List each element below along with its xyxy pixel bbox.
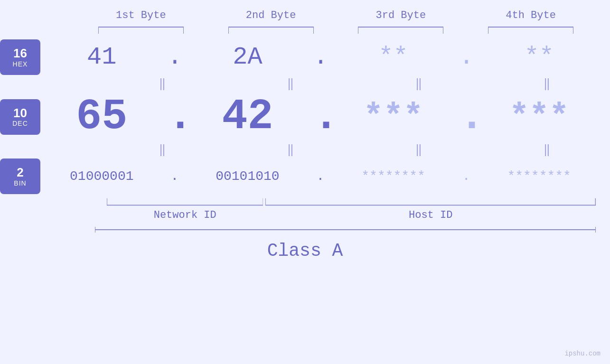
eq1-b4: ‖ bbox=[491, 77, 605, 91]
dec-byte3: *** bbox=[337, 98, 450, 136]
hex-badge-label: HEX bbox=[13, 60, 28, 68]
watermark: ipshu.com bbox=[564, 350, 601, 357]
hex-byte1: 41 bbox=[45, 43, 159, 71]
class-bracket bbox=[95, 226, 596, 233]
network-id-label: Network ID bbox=[107, 209, 263, 221]
eq2-b2: ‖ bbox=[235, 143, 349, 157]
bin-byte1: 01000001 bbox=[45, 169, 159, 184]
top-brackets bbox=[0, 25, 610, 35]
dec-badge: 10 DEC bbox=[0, 99, 40, 135]
hex-dot3: . bbox=[459, 43, 473, 71]
eq1-b2: ‖ bbox=[235, 77, 349, 91]
hex-byte4: ** bbox=[482, 43, 596, 71]
equals-values-2: ‖ ‖ ‖ ‖ bbox=[107, 143, 610, 157]
dec-badge-number: 10 bbox=[13, 106, 27, 120]
hex-byte3: ** bbox=[337, 43, 450, 71]
byte-headers-row: 1st Byte 2nd Byte 3rd Byte 4th Byte bbox=[0, 9, 610, 21]
eq2-b4: ‖ bbox=[491, 143, 605, 157]
dec-values: 65 . 42 . *** . *** bbox=[40, 93, 610, 141]
dec-byte1: 65 bbox=[45, 93, 159, 141]
bin-dot3: . bbox=[459, 169, 473, 184]
bin-badge-label: BIN bbox=[14, 179, 26, 187]
byte2-header: 2nd Byte bbox=[207, 9, 335, 21]
hex-byte2: 2A bbox=[190, 43, 304, 71]
byte3-header: 3rd Byte bbox=[337, 9, 465, 21]
dec-dot1: . bbox=[168, 93, 182, 141]
equals-row-1: ‖ ‖ ‖ ‖ bbox=[0, 77, 610, 91]
bottom-brackets bbox=[0, 197, 610, 207]
bin-badge: 2 BIN bbox=[0, 159, 40, 194]
bin-byte3: ******** bbox=[337, 169, 450, 184]
bin-row: 2 BIN 01000001 . 00101010 . ******** . *… bbox=[0, 159, 610, 194]
bin-dot2: . bbox=[313, 169, 328, 184]
bin-badge-number: 2 bbox=[17, 166, 23, 179]
hex-dot1: . bbox=[168, 43, 182, 71]
id-labels-row: Network ID Host ID bbox=[0, 209, 610, 221]
bin-values: 01000001 . 00101010 . ******** . *******… bbox=[40, 169, 610, 184]
dec-byte2: 42 bbox=[190, 93, 304, 141]
dec-dot2: . bbox=[313, 93, 328, 141]
host-id-label: Host ID bbox=[265, 209, 596, 221]
host-bracket bbox=[265, 197, 596, 207]
bin-byte4: ******** bbox=[482, 169, 596, 184]
network-bracket bbox=[107, 197, 263, 207]
eq2-b3: ‖ bbox=[363, 143, 477, 157]
dec-dot3: . bbox=[459, 93, 473, 141]
equals-values-1: ‖ ‖ ‖ ‖ bbox=[107, 77, 610, 91]
hex-badge: 16 HEX bbox=[0, 39, 40, 75]
eq2-b1: ‖ bbox=[107, 143, 221, 157]
bin-dot1: . bbox=[168, 169, 182, 184]
class-bracket-container bbox=[0, 226, 610, 236]
hex-row: 16 HEX 41 . 2A . ** . ** bbox=[0, 39, 610, 75]
hex-dot2: . bbox=[313, 43, 328, 71]
equals-row-2: ‖ ‖ ‖ ‖ bbox=[0, 143, 610, 157]
main-container: 1st Byte 2nd Byte 3rd Byte 4th Byte bbox=[0, 0, 610, 364]
byte1-header: 1st Byte bbox=[77, 9, 205, 21]
byte4-header: 4th Byte bbox=[467, 9, 595, 21]
eq1-b1: ‖ bbox=[107, 77, 221, 91]
class-label: Class A bbox=[0, 241, 610, 261]
bin-byte2: 00101010 bbox=[190, 169, 304, 184]
hex-badge-number: 16 bbox=[13, 47, 27, 60]
dec-badge-label: DEC bbox=[12, 120, 28, 127]
dec-row: 10 DEC 65 . 42 . *** . *** bbox=[0, 93, 610, 141]
eq1-b3: ‖ bbox=[363, 77, 477, 91]
dec-byte4: *** bbox=[482, 98, 596, 136]
hex-values: 41 . 2A . ** . ** bbox=[40, 43, 610, 71]
